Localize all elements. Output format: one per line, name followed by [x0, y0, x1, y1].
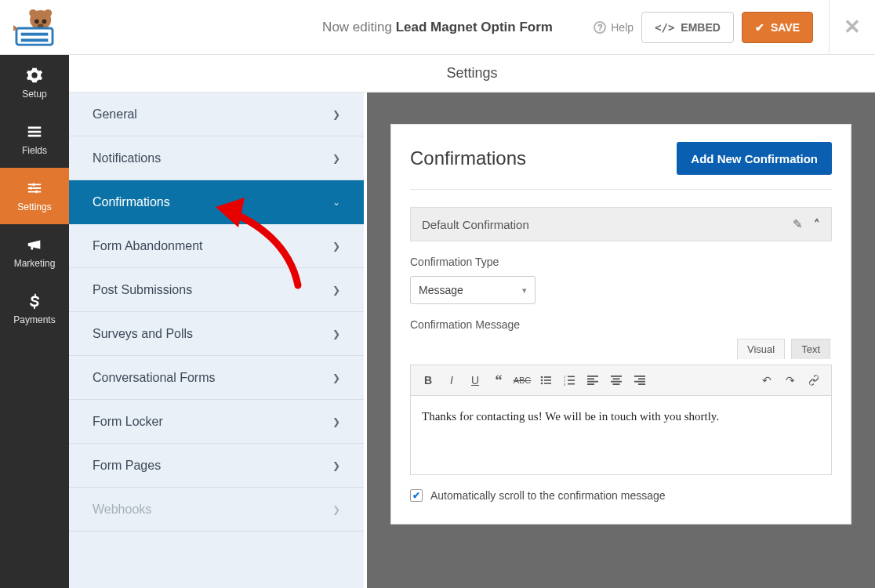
close-button[interactable]: ✕	[829, 0, 875, 55]
svg-rect-7	[21, 32, 49, 35]
save-label: SAVE	[771, 21, 800, 34]
align-center-button[interactable]	[605, 370, 627, 390]
svg-point-2	[42, 19, 47, 24]
tab-visual[interactable]: Visual	[737, 339, 785, 359]
vnav-payments[interactable]: Payments	[0, 281, 69, 337]
settings-item-label: Conversational Forms	[93, 371, 216, 385]
settings-item-label: Webhooks	[93, 503, 151, 517]
svg-rect-33	[638, 378, 645, 379]
svg-rect-6	[16, 27, 53, 44]
wpforms-logo-icon	[12, 9, 57, 46]
svg-rect-28	[611, 376, 622, 377]
auto-scroll-label: Automatically scroll to the confirmation…	[430, 489, 666, 502]
collapse-icon[interactable]: ˄	[814, 217, 820, 231]
confirmation-type-select[interactable]: Message ▾	[410, 276, 536, 304]
settings-item-webhooks[interactable]: Webhooks ❯	[69, 488, 364, 532]
underline-button[interactable]: U	[464, 370, 486, 390]
editing-prefix: Now editing	[322, 20, 392, 34]
tab-text[interactable]: Text	[791, 339, 830, 359]
settings-sidebar: General ❯ Notifications ❯ Confirmations …	[69, 55, 367, 588]
settings-item-form-locker[interactable]: Form Locker ❯	[69, 400, 364, 444]
vnav-label: Payments	[13, 314, 55, 325]
svg-point-10	[30, 187, 33, 190]
accordion-header[interactable]: Default Confirmation ✎ ˄	[410, 207, 832, 241]
dollar-icon	[26, 292, 43, 310]
settings-item-surveys-polls[interactable]: Surveys and Polls ❯	[69, 312, 364, 356]
accordion-actions: ✎ ˄	[793, 217, 820, 231]
editor-tabs: Visual Text	[410, 339, 832, 359]
vertical-nav: Setup Fields Settings Marketing Payments	[0, 55, 69, 588]
chevron-right-icon: ❯	[332, 416, 340, 427]
add-confirmation-button[interactable]: Add New Confirmation	[677, 142, 832, 175]
check-icon: ✔	[755, 21, 764, 34]
svg-rect-31	[613, 383, 620, 385]
svg-point-4	[29, 9, 37, 16]
redo-button[interactable]: ↷	[779, 370, 801, 390]
settings-item-general[interactable]: General ❯	[69, 93, 364, 136]
sliders-icon	[26, 180, 43, 197]
panel-wrap: Confirmations Add New Confirmation Defau…	[367, 55, 875, 588]
chevron-right-icon: ❯	[332, 328, 340, 339]
svg-point-5	[44, 9, 52, 16]
embed-label: EMBED	[681, 21, 721, 34]
svg-point-11	[35, 191, 38, 194]
confirmation-message-field: Confirmation Message Visual Text B I U “…	[410, 318, 832, 475]
auto-scroll-checkbox[interactable]: ✔	[410, 489, 423, 502]
svg-text:3: 3	[564, 383, 566, 387]
vnav-setup[interactable]: Setup	[0, 55, 69, 111]
chevron-right-icon: ❯	[332, 285, 340, 296]
settings-item-form-abandonment[interactable]: Form Abandonment ❯	[69, 224, 364, 268]
align-right-button[interactable]	[629, 370, 651, 390]
vnav-marketing[interactable]: Marketing	[0, 224, 69, 281]
settings-item-confirmations[interactable]: Confirmations ⌄	[69, 180, 364, 224]
main-area: Setup Fields Settings Marketing Payments…	[0, 55, 875, 588]
embed-button[interactable]: </> EMBED	[641, 12, 734, 43]
svg-rect-27	[587, 383, 594, 385]
help-link[interactable]: ? Help	[594, 21, 634, 34]
align-left-button[interactable]	[582, 370, 604, 390]
gear-icon	[26, 67, 43, 84]
vnav-label: Settings	[17, 201, 51, 212]
settings-item-label: Form Locker	[93, 415, 163, 429]
settings-item-post-submissions[interactable]: Post Submissions ❯	[69, 268, 364, 312]
ol-icon: 123	[564, 375, 575, 386]
page-title-bar: Settings	[69, 55, 875, 93]
svg-rect-17	[544, 383, 551, 384]
chevron-right-icon: ❯	[332, 153, 340, 164]
align-center-icon	[611, 376, 622, 385]
chevron-right-icon: ❯	[332, 460, 340, 471]
panel-title: Confirmations	[410, 147, 526, 169]
vnav-fields[interactable]: Fields	[0, 111, 69, 168]
app-logo	[0, 9, 69, 46]
editor-content[interactable]: Thanks for contacting us! We will be in …	[411, 396, 831, 474]
numbered-list-button[interactable]: 123	[558, 370, 580, 390]
now-editing-label: Now editing Lead Magnet Optin Form	[322, 20, 553, 35]
strikethrough-button[interactable]: ABC	[511, 370, 533, 390]
svg-rect-26	[587, 381, 598, 383]
vnav-settings[interactable]: Settings	[0, 168, 69, 224]
settings-item-form-pages[interactable]: Form Pages ❯	[69, 444, 364, 488]
svg-point-14	[541, 379, 543, 382]
select-value: Message	[419, 284, 463, 296]
undo-button[interactable]: ↶	[756, 370, 778, 390]
chevron-down-icon: ⌄	[332, 197, 340, 208]
bullet-list-button[interactable]	[535, 370, 557, 390]
blockquote-button[interactable]: “	[488, 370, 510, 390]
save-button[interactable]: ✔ SAVE	[742, 12, 813, 43]
settings-item-notifications[interactable]: Notifications ❯	[69, 136, 364, 180]
italic-button[interactable]: I	[441, 370, 463, 390]
settings-item-conversational-forms[interactable]: Conversational Forms ❯	[69, 356, 364, 400]
confirmation-type-field: Confirmation Type Message ▾	[410, 256, 832, 304]
edit-icon[interactable]: ✎	[793, 217, 803, 231]
svg-rect-13	[544, 376, 551, 378]
editor-toolbar: B I U “ ABC 123	[411, 365, 831, 396]
svg-rect-25	[587, 378, 594, 379]
link-button[interactable]	[803, 370, 825, 390]
svg-rect-34	[634, 381, 645, 383]
auto-scroll-row[interactable]: ✔ Automatically scroll to the confirmati…	[410, 489, 832, 502]
ul-icon	[540, 375, 551, 386]
rich-text-editor: B I U “ ABC 123	[410, 365, 832, 475]
settings-item-label: Form Pages	[93, 459, 161, 473]
svg-rect-29	[613, 378, 620, 379]
bold-button[interactable]: B	[417, 370, 439, 390]
